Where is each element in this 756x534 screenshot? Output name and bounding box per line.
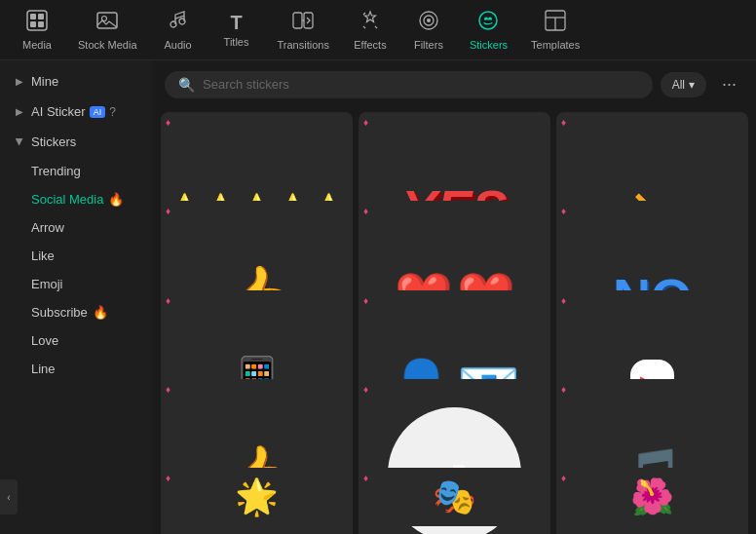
svg-point-16: [479, 12, 497, 29]
nav-audio[interactable]: Audio: [149, 2, 208, 58]
sidebar-like-label: Like: [31, 248, 55, 263]
nav-stickers[interactable]: Stickers: [458, 2, 519, 58]
premium-badge: ♦: [166, 117, 170, 128]
chevron-right-icon: ▶: [16, 76, 23, 87]
svg-rect-11: [293, 13, 302, 28]
main-area: ▶ Mine ▶ AI Sticker AI ? ▶ Stickers Tren…: [0, 60, 756, 534]
svg-rect-3: [30, 21, 36, 27]
sidebar-arrow-label: Arrow: [31, 220, 64, 235]
sticker-card-b1[interactable]: 🌟 ♦: [161, 468, 353, 526]
sidebar-item-emoji[interactable]: Emoji: [4, 270, 149, 298]
premium-badge-hearts: ♦: [363, 206, 368, 216]
sidebar-ai-sticker-label: AI Sticker: [31, 104, 86, 119]
nav-titles[interactable]: T Titles: [208, 5, 266, 56]
help-icon[interactable]: ?: [109, 105, 116, 119]
sidebar-section-ai-sticker[interactable]: ▶ AI Sticker AI ?: [4, 96, 149, 127]
premium-badge-phone: ♦: [166, 295, 170, 306]
premium-badge-play: ♦: [561, 295, 566, 306]
svg-rect-0: [27, 11, 47, 30]
nav-stickers-label: Stickers: [470, 39, 508, 51]
nav-audio-label: Audio: [164, 39, 191, 51]
more-options-button[interactable]: ···: [714, 70, 744, 98]
nav-transitions[interactable]: Transitions: [266, 2, 341, 58]
subscribe-fire-icon: 🔥: [93, 305, 108, 320]
sidebar-item-subscribe[interactable]: Subscribe 🔥: [4, 298, 149, 326]
premium-badge-arrow: ♦: [561, 117, 566, 128]
svg-rect-1: [30, 14, 36, 19]
stickers-icon: [477, 10, 499, 35]
effects-icon: [359, 10, 381, 35]
sidebar-emoji-label: Emoji: [31, 277, 63, 291]
sidebar-section-stickers[interactable]: ▶ Stickers: [4, 127, 149, 157]
sticker-grid: ⭐⭐⭐⭐⭐ ♦ ⬇ YES ♦ + ↘ ♦ ⬇ 👍 ♦ +: [153, 108, 756, 534]
b1-sticker: 🌟: [235, 477, 279, 517]
media-icon: [26, 10, 48, 35]
sidebar-subscribe-label: Subscribe: [31, 305, 88, 320]
nav-templates-label: Templates: [531, 39, 580, 51]
sidebar-item-like[interactable]: Like: [4, 242, 149, 270]
premium-badge-notification: ♦: [363, 295, 368, 306]
sidebar-item-arrow[interactable]: Arrow: [4, 213, 149, 242]
top-navigation: Media Stock Media Audio T Titles: [0, 0, 756, 60]
collapse-icon[interactable]: ‹: [0, 479, 18, 515]
premium-badge-b2: ♦: [363, 473, 368, 483]
search-bar: 🔍 All ▾ ···: [153, 60, 756, 108]
svg-rect-12: [304, 13, 313, 28]
sidebar-line-label: Line: [31, 362, 56, 376]
premium-badge-music: ♦: [561, 384, 566, 395]
sidebar-item-line[interactable]: Line: [4, 355, 149, 383]
filter-button[interactable]: All ▾: [661, 72, 706, 97]
premium-badge-b3: ♦: [561, 473, 566, 483]
fire-icon: 🔥: [108, 192, 124, 207]
svg-rect-4: [38, 21, 44, 27]
sidebar-item-social-media[interactable]: Social Media 🔥: [4, 185, 149, 213]
nav-media-label: Media: [22, 39, 52, 51]
nav-transitions-label: Transitions: [278, 39, 329, 51]
filter-chevron-icon: ▾: [689, 78, 695, 92]
templates-icon: [545, 10, 566, 35]
chevron-down-icon: ▶: [15, 138, 25, 146]
titles-icon: T: [230, 13, 242, 32]
nav-stock-media[interactable]: Stock Media: [66, 2, 149, 58]
premium-badge-no: ♦: [561, 206, 566, 216]
svg-point-15: [427, 19, 431, 22]
sidebar-item-trending[interactable]: Trending: [4, 157, 149, 185]
premium-badge-yes: ♦: [363, 117, 368, 128]
nav-effects-label: Effects: [354, 39, 386, 51]
transitions-icon: [292, 10, 314, 35]
nav-templates[interactable]: Templates: [519, 2, 591, 58]
sidebar-social-media-label: Social Media: [31, 192, 103, 207]
content-area: 🔍 All ▾ ··· ⭐⭐⭐⭐⭐ ♦ ⬇ YES ♦ +: [153, 60, 756, 534]
nav-media[interactable]: Media: [8, 2, 66, 58]
svg-rect-2: [38, 14, 44, 19]
nav-filters-label: Filters: [414, 39, 443, 51]
premium-badge-thumbs2: ♦: [166, 384, 170, 395]
nav-filters[interactable]: Filters: [399, 2, 458, 58]
nav-stock-media-label: Stock Media: [78, 39, 137, 51]
sidebar-mine-label: Mine: [31, 74, 58, 89]
filter-label: All: [672, 78, 685, 92]
stock-media-icon: [96, 10, 118, 35]
b2-sticker: 🎭: [433, 477, 476, 517]
sticker-card-b3[interactable]: 🌺 ♦: [556, 468, 748, 526]
sticker-card-b2[interactable]: 🎭 ♦: [359, 468, 550, 526]
premium-badge-b1: ♦: [166, 473, 170, 483]
svg-rect-5: [97, 13, 117, 28]
filters-icon: [418, 10, 439, 35]
premium-badge-share: ♦: [363, 384, 368, 395]
chevron-right-icon-2: ▶: [16, 106, 23, 117]
search-input[interactable]: [203, 77, 639, 92]
sidebar-section-mine[interactable]: ▶ Mine: [4, 66, 149, 96]
sidebar-love-label: Love: [31, 333, 58, 348]
sidebar-trending-label: Trending: [31, 164, 81, 178]
nav-titles-label: Titles: [224, 36, 249, 48]
search-input-wrap[interactable]: 🔍: [165, 71, 653, 98]
sidebar-stickers-label: Stickers: [31, 134, 76, 149]
audio-icon: [168, 10, 189, 35]
sidebar-item-love[interactable]: Love: [4, 326, 149, 355]
premium-badge-thumbs: ♦: [166, 206, 170, 216]
nav-effects[interactable]: Effects: [341, 2, 399, 58]
sidebar: ▶ Mine ▶ AI Sticker AI ? ▶ Stickers Tren…: [0, 60, 153, 534]
b3-sticker: 🌺: [630, 477, 674, 517]
ai-badge: AI: [90, 106, 106, 118]
